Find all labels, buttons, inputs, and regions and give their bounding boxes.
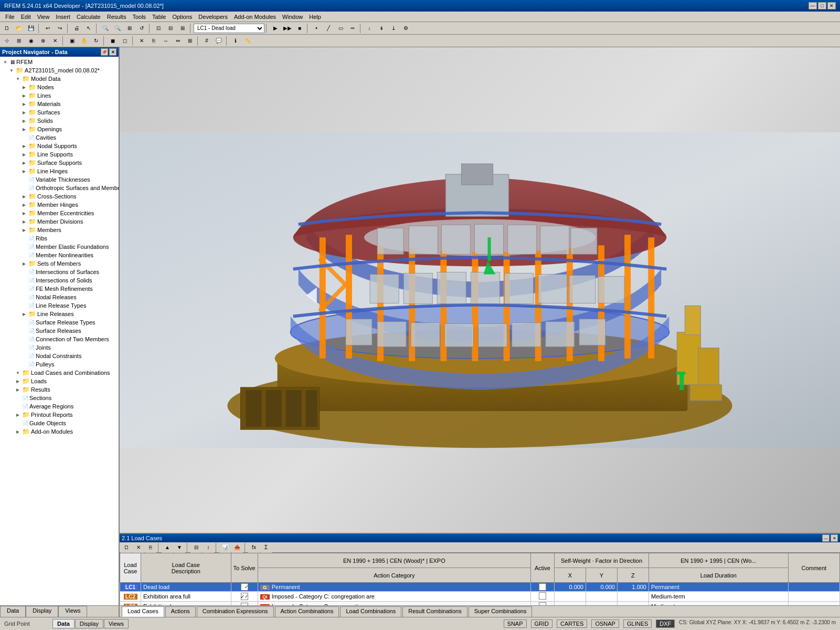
tab-actions[interactable]: Actions — [165, 606, 196, 617]
bt-sort[interactable]: ↕ — [203, 542, 214, 553]
tb-run2[interactable]: ▶▶ — [282, 23, 293, 34]
bt-up[interactable]: ▲ — [162, 542, 173, 553]
tb2-array[interactable]: ⊞ — [184, 36, 196, 46]
nav-pin[interactable]: 📌 — [101, 48, 108, 56]
cell-to-solve[interactable]: ✓ — [231, 583, 258, 592]
tb-zoom-out[interactable]: 🔍 — [112, 23, 123, 34]
tb-undo[interactable]: ↩ — [42, 23, 54, 34]
menu-options[interactable]: Options — [169, 13, 195, 21]
tree-item-sections[interactable]: 📄Sections — [0, 394, 119, 402]
tree-item-surface-releases[interactable]: 📄Surface Releases — [0, 327, 119, 335]
status-tab-display[interactable]: Display — [75, 619, 103, 628]
tb-member[interactable]: ═ — [347, 23, 358, 34]
tree-item-intersections-surfaces[interactable]: 📄Intersections of Surfaces — [0, 268, 119, 276]
menu-file[interactable]: File — [2, 13, 18, 21]
bt-copy[interactable]: ⎘ — [145, 542, 156, 553]
tree-item-member-nonlin[interactable]: 📄Member Nonlinearities — [0, 251, 119, 259]
tb-new[interactable]: 🗋 — [1, 23, 13, 34]
status-grid[interactable]: GRID — [531, 620, 553, 628]
tree-item-model-root[interactable]: ▼📁A2T231015_model 00.08.02* — [0, 66, 119, 75]
tb-line[interactable]: ╱ — [323, 23, 334, 34]
bt-excel[interactable]: 📊 — [219, 542, 231, 553]
tree-item-add-on-modules[interactable]: ▶📁Add-on Modules — [0, 427, 119, 436]
tree-item-surfaces[interactable]: ▶📁Surfaces — [0, 108, 119, 117]
tb2-zoom-box[interactable]: ▣ — [66, 36, 78, 46]
tb-select[interactable]: ↖ — [83, 23, 94, 34]
tree-item-printout-reports[interactable]: ▶📁Printout Reports — [0, 411, 119, 419]
menu-window[interactable]: Window — [279, 13, 306, 21]
close-button[interactable]: ✕ — [827, 2, 836, 9]
tree-item-line-hinges[interactable]: ▶📁Line Hinges — [0, 167, 119, 175]
status-dxf[interactable]: DXF — [656, 620, 675, 628]
tb-stop[interactable]: ■ — [294, 23, 305, 34]
nav-tab-data[interactable]: Data — [0, 606, 26, 617]
nav-close[interactable]: ✕ — [109, 48, 116, 56]
table-scroll[interactable]: LoadCase Load CaseDescription To Solve E… — [120, 553, 840, 605]
tb2-number[interactable]: # — [201, 36, 212, 46]
menu-tools[interactable]: Tools — [129, 13, 149, 21]
bt-export[interactable]: 📤 — [231, 542, 243, 553]
tb-front[interactable]: ⊡ — [153, 23, 164, 34]
bottom-close-btn[interactable]: ✕ — [831, 534, 838, 542]
tree-item-members[interactable]: ▶📁Members — [0, 226, 119, 234]
tree-item-surface-release-types[interactable]: 📄Surface Release Types — [0, 318, 119, 327]
load-case-dropdown[interactable]: LC1 - Dead load LC2 - Exhibition area fu… — [194, 24, 264, 33]
tree-item-model-data[interactable]: ▼📁Model Data — [0, 75, 119, 83]
tb-save[interactable]: 💾 — [25, 23, 37, 34]
tree-item-line-releases[interactable]: ▶📁Line Releases — [0, 310, 119, 318]
tree-item-rfem-root[interactable]: ▼🖥RFEM — [0, 58, 119, 66]
tree-item-materials[interactable]: ▶📁Materials — [0, 100, 119, 108]
tab-super-combinations[interactable]: Super Combinations — [469, 606, 533, 617]
tree-item-line-supports[interactable]: ▶📁Line Supports — [0, 150, 119, 159]
tb-redo[interactable]: ↪ — [54, 23, 66, 34]
tree-item-member-eccentricities[interactable]: ▶📁Member Eccentricities — [0, 209, 119, 217]
tb2-wire[interactable]: ◻ — [119, 36, 131, 46]
tb2-inter[interactable]: ✕ — [49, 36, 61, 46]
tb-load-node[interactable]: ↓ — [364, 23, 375, 34]
nav-tab-views[interactable]: Views — [58, 606, 87, 617]
tb-print[interactable]: 🖨 — [71, 23, 82, 34]
tree-item-nodal-constraints[interactable]: 📄Nodal Constraints — [0, 352, 119, 360]
menu-results[interactable]: Results — [104, 13, 130, 21]
status-tab-data[interactable]: Data — [52, 619, 75, 628]
tb2-grid[interactable]: ⊞ — [13, 36, 25, 46]
tb-3d[interactable]: ⊞ — [177, 23, 188, 34]
tb-zoom-all[interactable]: ⊞ — [124, 23, 135, 34]
tb-open[interactable]: 📂 — [13, 23, 25, 34]
tree-item-cross-sections[interactable]: ▶📁Cross-Sections — [0, 192, 119, 201]
table-row[interactable]: LC2Exhibition area full✓QIImposed - Cate… — [120, 592, 840, 602]
tab-load-combinations[interactable]: Load Combinations — [340, 606, 401, 617]
menu-help[interactable]: Help — [306, 13, 324, 21]
tree-item-lines[interactable]: ▶📁Lines — [0, 91, 119, 100]
cell-active[interactable]: ✓ — [530, 583, 554, 592]
tree-item-nodal-releases[interactable]: 📄Nodal Releases — [0, 293, 119, 301]
bt-del[interactable]: ✕ — [133, 542, 144, 553]
tree-item-pulleys[interactable]: 📄Pulleys — [0, 360, 119, 369]
tb-node[interactable]: • — [311, 23, 322, 34]
tb2-point[interactable]: ◉ — [25, 36, 37, 46]
tb-run[interactable]: ▶ — [270, 23, 281, 34]
tree-item-surface-supports[interactable]: ▶📁Surface Supports — [0, 159, 119, 167]
tree-item-intersections-solids[interactable]: 📄Intersections of Solids — [0, 276, 119, 285]
tab-load-cases[interactable]: Load Cases — [122, 606, 164, 617]
status-cartes[interactable]: CARTES — [557, 620, 587, 628]
bt-filter[interactable]: ⊟ — [190, 542, 202, 553]
tree-item-load-cases[interactable]: ▼📁Load Cases and Combinations — [0, 369, 119, 377]
tb2-move[interactable]: ↔ — [160, 36, 172, 46]
table-row[interactable]: LC1Dead load✓GPermanent✓0.0000.0001.000P… — [120, 583, 840, 592]
tree-item-member-hinges[interactable]: ▶📁Member Hinges — [0, 201, 119, 209]
tb2-measure[interactable]: 📏 — [242, 36, 253, 46]
tree-item-openings[interactable]: ▶📁Openings — [0, 125, 119, 133]
status-tab-views[interactable]: Views — [104, 619, 129, 628]
tab-combination-expressions[interactable]: Combination Expressions — [197, 606, 274, 617]
maximize-button[interactable]: □ — [818, 2, 826, 9]
tb-load-surf[interactable]: ⤓ — [388, 23, 399, 34]
tb-surface[interactable]: ▭ — [335, 23, 346, 34]
menu-calculate[interactable]: Calculate — [73, 13, 104, 21]
tb-top[interactable]: ⊟ — [165, 23, 176, 34]
tb2-pan[interactable]: ✋ — [78, 36, 90, 46]
tree-item-orthotropic[interactable]: 📄Orthotropic Surfaces and Membranes — [0, 184, 119, 192]
tb-rotate[interactable]: ↺ — [136, 23, 147, 34]
menu-view[interactable]: View — [34, 13, 53, 21]
menu-edit[interactable]: Edit — [18, 13, 34, 21]
